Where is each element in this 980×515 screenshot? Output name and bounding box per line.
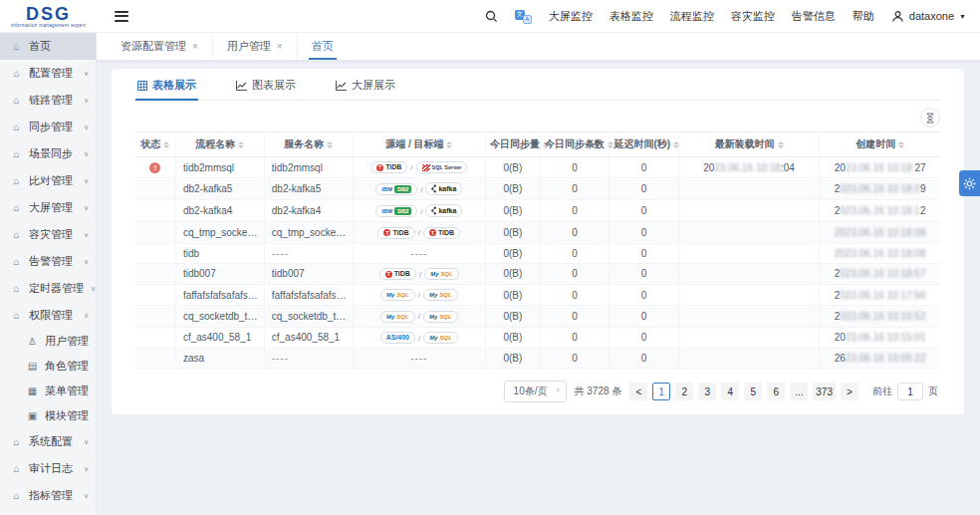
page-number-button[interactable]: 3 [698, 383, 716, 400]
table-row[interactable]: zasa--------0(B)002623.06.16 10:05:22 [135, 349, 940, 369]
sort-icon[interactable] [608, 141, 613, 148]
sidebar-item[interactable]: ⌂同步管理∨ [0, 114, 96, 140]
sidebar-item[interactable]: ⌂容灾管理∨ [0, 221, 96, 248]
hamburger-menu-icon[interactable] [115, 11, 128, 22]
sidebar-item[interactable]: ⌂告警管理∨ [0, 248, 96, 275]
column-header[interactable]: 今日同步条数 [540, 132, 609, 157]
sidebar-item[interactable]: ⌂权限管理∧ [0, 302, 96, 329]
sort-icon[interactable] [673, 141, 679, 148]
language-switch-icon[interactable]: 文A [515, 9, 532, 24]
topbar-link[interactable]: 容灾监控 [731, 9, 775, 24]
column-header[interactable]: 源端 / 目标端 [353, 132, 485, 157]
sidebar-item[interactable]: ⌂场景同步∨ [0, 140, 96, 167]
process-table: 状态流程名称服务名称源端 / 目标端今日同步量今日同步条数延迟时间(秒)最新装载… [135, 131, 940, 369]
page-tab[interactable]: 用户管理× [212, 33, 297, 60]
close-icon[interactable]: × [192, 41, 198, 52]
sidebar-subitem-label: 菜单管理 [45, 384, 89, 398]
sidebar-item[interactable]: ⌂首页 [0, 33, 96, 60]
sidebar-subitem[interactable]: ▤角色管理 [0, 354, 96, 379]
column-header[interactable]: 今日同步量 [485, 132, 540, 157]
sort-icon[interactable] [163, 141, 169, 148]
sort-icon[interactable] [238, 141, 244, 148]
search-icon[interactable] [485, 10, 498, 23]
table-row[interactable]: tidb007tidb007TTiDB/MySQL0(B)002023.06.1… [135, 263, 940, 284]
table-row[interactable]: db2-kafka4db2-kafka4IBMDB2/kafka0(B)0020… [135, 200, 940, 222]
page-number-button[interactable]: 373 [813, 383, 836, 400]
topbar-link[interactable]: 帮助 [853, 9, 874, 24]
sidebar-item[interactable]: ⌂配置管理∨ [0, 60, 96, 87]
sidebar-item[interactable]: ⌂指标管理∨ [0, 482, 96, 509]
page-number-button[interactable]: 6 [767, 383, 785, 400]
goto-page-input[interactable] [897, 383, 923, 400]
table-settings-icon[interactable] [920, 108, 940, 128]
column-header[interactable]: 延迟时间(秒) [610, 132, 678, 157]
delay-cell: 0 [610, 306, 678, 327]
sort-icon[interactable] [446, 141, 452, 148]
table-row[interactable]: db2-kafka5db2-kafka5IBMDB2/kafka0(B)0020… [135, 178, 940, 200]
user-menu[interactable]: dataxone ▼ [891, 10, 966, 23]
table-row[interactable]: tidb--------0(B)002023.06.16 10:18:08 [135, 243, 940, 263]
topbar-link[interactable]: 大屏监控 [549, 9, 593, 24]
today-count-cell: 0 [540, 157, 609, 178]
service-name-cell: faffafsfafsafafsadff1 [264, 285, 353, 306]
today-volume-cell: 0(B) [485, 306, 540, 327]
content-card: 表格展示图表展示大屏展示 状态流程名称服务名称源端 / 目标端今日同步量今日同步… [112, 69, 964, 414]
page-number-button[interactable]: 4 [721, 383, 739, 400]
table-row[interactable]: !tidb2mmsqltidb2mmsqlTTiDB/SQL Server0(B… [135, 157, 940, 178]
page-number-button[interactable]: 2 [675, 383, 693, 400]
today-count-cell: 0 [540, 200, 609, 222]
load-time-cell [678, 349, 819, 369]
sidebar-item[interactable]: ⌂比对管理∨ [0, 167, 96, 194]
table-row[interactable]: cq_socketdb_tmp_tes...cq_socketdb_tmp_te… [135, 306, 940, 327]
status-cell [135, 178, 175, 200]
sort-icon[interactable] [898, 141, 904, 148]
sort-icon[interactable] [778, 141, 784, 148]
sidebar-item[interactable]: ⌂系统配置∨ [0, 428, 96, 455]
create-time-cell: 2023.06.16 10:17:56 [820, 285, 940, 306]
page-tab[interactable]: 资源配置管理× [107, 33, 212, 60]
today-count-cell: 0 [540, 306, 609, 327]
table-row[interactable]: cq_tmp_socket_test001cq_tmp_socket_test0… [135, 222, 940, 243]
chevron-down-icon: ∨ [84, 231, 89, 239]
table-row[interactable]: cf_as400_58_1cf_as400_58_1AS/400/MySQL0(… [135, 327, 940, 348]
sidebar-subitem[interactable]: ▣模块管理 [0, 403, 96, 428]
topbar-link[interactable]: 告警信息 [792, 9, 836, 24]
prev-page-button[interactable]: < [629, 383, 647, 400]
service-name-cell: db2-kafka5 [264, 178, 353, 200]
sidebar-item[interactable]: ⌂大屏管理∨ [0, 194, 96, 221]
sidebar-item[interactable]: ⌂定时器管理∨ [0, 275, 96, 302]
sidebar-subitem[interactable]: ▦菜单管理 [0, 379, 96, 403]
view-tab[interactable]: 大屏展示 [334, 69, 397, 100]
topbar-link[interactable]: 流程监控 [670, 9, 714, 24]
sidebar-item[interactable]: ⌂链路管理∨ [0, 87, 96, 114]
endpoints-cell: IBMDB2/kafka [353, 200, 485, 222]
page-number-button[interactable]: 5 [744, 383, 762, 400]
settings-gear-button[interactable] [959, 170, 980, 196]
today-count-cell: 0 [540, 243, 609, 263]
load-time-cell [678, 243, 819, 263]
column-header[interactable]: 最新装载时间 [678, 132, 819, 157]
sort-icon[interactable] [327, 141, 333, 148]
table-row[interactable]: faffafsfafsafafsadff1faffafsfafsafafsadf… [135, 285, 940, 306]
more-pages-button[interactable]: ... [790, 383, 808, 400]
page-size-select[interactable]: 10条/页 [504, 381, 567, 402]
chevron-down-icon: ∨ [84, 204, 89, 212]
table-header-row: 状态流程名称服务名称源端 / 目标端今日同步量今日同步条数延迟时间(秒)最新装载… [135, 132, 940, 157]
service-name-cell: ---- [264, 349, 353, 369]
column-header[interactable]: 服务名称 [264, 132, 353, 157]
sidebar-subitem[interactable]: ♙用户管理 [0, 329, 96, 354]
view-tab[interactable]: 图表展示 [234, 69, 298, 100]
column-header[interactable]: 状态 [135, 132, 175, 157]
topbar-link[interactable]: 表格监控 [610, 9, 653, 24]
column-header[interactable]: 流程名称 [175, 132, 264, 157]
menu-item-icon: ⌂ [11, 229, 22, 240]
menu-item-icon: ⌂ [11, 175, 22, 186]
sidebar-item[interactable]: ⌂审计日志∨ [0, 455, 96, 482]
brand-logo: DSG information management expert [0, 3, 97, 29]
next-page-button[interactable]: > [841, 383, 858, 400]
close-icon[interactable]: × [277, 41, 283, 52]
view-tab[interactable]: 表格展示 [135, 69, 198, 100]
column-header[interactable]: 创建时间 [820, 132, 940, 157]
page-tab[interactable]: 首页 [297, 33, 348, 60]
page-number-button[interactable]: 1 [652, 383, 670, 400]
